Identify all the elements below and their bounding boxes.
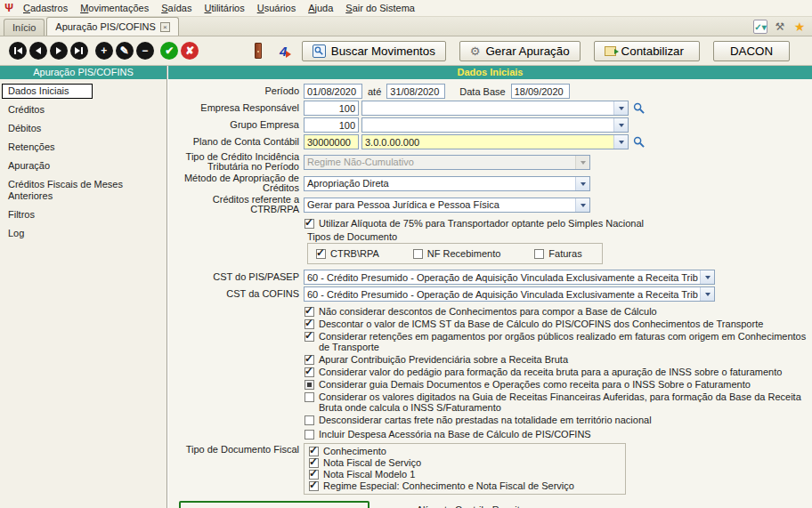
contribuicao-fields: Atividade Contrib. Receita Bruta Ativida…	[179, 501, 808, 508]
grupo-code-input[interactable]	[304, 117, 359, 133]
creditos-ctrb-dropdown-arrow-icon[interactable]	[575, 198, 589, 212]
menu-item-ajuda[interactable]: Ajuda	[302, 1, 339, 15]
grupo-dropdown-arrow-icon[interactable]	[613, 118, 628, 132]
opt-nao-considerar-descontos-checkbox[interactable]	[304, 307, 314, 317]
metodo-apropriacao-combobox[interactable]: Apropriação Direta	[304, 176, 590, 191]
sidebar-item-debitos[interactable]: Débitos	[2, 121, 165, 136]
menu-item-movimentacoes[interactable]: Movimentações	[74, 1, 155, 15]
opt-incluir-despesa-acessoria-checkbox[interactable]	[304, 430, 314, 439]
menu-item-sair[interactable]: Sair do Sistema	[339, 1, 421, 15]
opt-descontar-icms-st-checkbox[interactable]	[304, 319, 314, 329]
plano-conta-code-input[interactable]	[304, 134, 359, 149]
empresa-responsavel-label: Empresa Responsável	[168, 103, 304, 113]
confirm-button[interactable]: ✔	[160, 42, 178, 60]
empresa-dropdown-arrow-icon[interactable]	[613, 101, 628, 115]
ctrb-rpa-checkbox[interactable]	[316, 249, 326, 259]
add-record-button[interactable]: +	[95, 42, 113, 60]
cst-pis-combobox[interactable]: 60 - Crédito Presumido - Operação de Aqu…	[304, 270, 715, 285]
sidebar: Apuração PIS/COFINS Dados Iniciais Crédi…	[0, 66, 167, 508]
menu-item-utilitarios[interactable]: Utilitários	[198, 1, 250, 15]
metodo-apropriacao-value: Apropriação Direta	[307, 178, 573, 189]
cst-pis-dropdown-arrow-icon[interactable]	[700, 270, 714, 284]
opt-guia-demais-documentos-checkbox[interactable]	[304, 380, 314, 390]
sidebar-item-creditos-fiscais[interactable]: Créditos Fiscais de Meses Anteriores	[2, 177, 165, 204]
tab-options-dropdown-icon[interactable]: ✓▾	[753, 20, 767, 34]
creditos-ctrb-label: Créditos referente a CTRB/RPA	[168, 195, 304, 214]
menu-item-saidas[interactable]: Saídas	[155, 1, 198, 15]
opt-receitas-financeiras-auferidas-checkbox[interactable]	[304, 392, 314, 402]
dacon-button[interactable]: DACON	[713, 41, 790, 61]
aliquota-75-checkbox[interactable]	[304, 219, 314, 229]
tab-close-icon[interactable]: ×	[160, 22, 170, 32]
plano-conta-dropdown-arrow-icon[interactable]	[613, 135, 628, 149]
pencil-icon: ✎	[120, 45, 129, 56]
sidebar-item-log[interactable]: Log	[2, 226, 165, 241]
first-record-button[interactable]	[9, 42, 27, 60]
previous-record-button[interactable]	[29, 42, 47, 60]
dacon-label: DACON	[730, 44, 773, 58]
sidebar-item-dados-iniciais[interactable]: Dados Iniciais	[2, 84, 93, 99]
delete-record-button[interactable]: −	[136, 42, 154, 60]
exit-door-icon[interactable]	[255, 43, 261, 59]
empresa-lookup-button[interactable]	[630, 101, 646, 116]
opt-retencoes-orgaos-publicos-checkbox[interactable]	[304, 332, 314, 342]
cst-cofins-combobox[interactable]: 60 - Crédito Presumido - Operação de Aqu…	[304, 286, 715, 302]
number-four-tool-icon[interactable]: 4	[280, 44, 287, 59]
edit-record-button[interactable]: ✎	[116, 42, 134, 60]
creditos-ctrb-value: Gerar para Pessoa Jurídica e Pessoa Físi…	[307, 199, 573, 210]
tab-apuracao-pis-cofins[interactable]: Apuração PIS/COFINS ×	[46, 17, 179, 36]
tab-bar: Início Apuração PIS/COFINS × ✓▾ ⚒ ★	[0, 17, 812, 36]
sidebar-item-apuracao[interactable]: Apuração	[2, 158, 165, 173]
empresa-name-combobox[interactable]	[361, 101, 629, 116]
opt-apurar-contribuicao-previdenciaria-checkbox[interactable]	[304, 355, 314, 365]
ctrb-rpa-label: CTRB\RPA	[330, 248, 379, 259]
plano-conta-combobox[interactable]: 3.0.0.00.000	[361, 134, 629, 149]
tipos-documento-group: Tipos de Documento CTRB\RPA NF Recebimen…	[307, 231, 808, 264]
favorite-star-icon[interactable]: ★	[792, 20, 807, 34]
cst-cofins-label: CST da COFINS	[168, 289, 304, 299]
cancel-button[interactable]: ✘	[181, 42, 199, 60]
periodo-start-input[interactable]	[304, 84, 362, 99]
aliquota-receita-label: Alíquota Contrib. Receita Bruta	[407, 504, 530, 508]
sidebar-item-creditos[interactable]: Créditos	[2, 102, 165, 117]
tab-inicio-label: Início	[12, 22, 36, 33]
buscar-movimentos-button[interactable]: Buscar Movimentos	[302, 41, 446, 61]
menu-item-cadastros[interactable]: Cadastros	[17, 1, 74, 15]
opt-desconsiderar-cartas-frete-checkbox[interactable]	[304, 415, 314, 425]
sidebar-item-retencoes[interactable]: Retenções	[2, 140, 165, 155]
metodo-dropdown-arrow-icon[interactable]	[575, 177, 589, 190]
plano-conta-lookup-button[interactable]	[630, 134, 646, 149]
empresa-code-input[interactable]	[304, 101, 359, 116]
option-label: Apurar Contribuição Previdenciária sobre…	[319, 354, 568, 365]
menu-item-usuarios[interactable]: Usuários	[251, 1, 302, 15]
first-arrow-icon	[17, 47, 22, 54]
next-record-button[interactable]	[50, 42, 68, 60]
sidebar-item-filtros[interactable]: Filtros	[2, 207, 165, 222]
grupo-name-combobox[interactable]	[361, 117, 629, 133]
regime-especial-checkbox[interactable]	[309, 481, 319, 491]
grupo-empresa-label: Grupo Empresa	[168, 120, 304, 130]
minus-icon: −	[142, 45, 148, 56]
tipo-credito-value: Regime Não-Cumulativo	[307, 157, 573, 167]
gerar-apuracao-button[interactable]: ⚙ Gerar Apuração	[459, 41, 581, 61]
cst-cofins-dropdown-arrow-icon[interactable]	[700, 287, 714, 301]
periodo-end-input[interactable]	[386, 84, 445, 99]
contabilizar-button[interactable]: Contabilizar	[594, 41, 700, 61]
faturas-checkbox[interactable]	[534, 249, 544, 259]
app-logo-icon: Ψ	[3, 2, 15, 14]
first-bar-icon	[14, 47, 16, 54]
last-record-button[interactable]	[70, 42, 88, 60]
tipo-documento-fiscal-label: Tipo de Documento Fiscal	[168, 443, 304, 455]
tab-inicio[interactable]: Início	[4, 19, 45, 36]
opt-pedagio-receita-bruta-checkbox[interactable]	[304, 367, 314, 377]
data-base-input[interactable]	[511, 84, 570, 99]
page-title: Dados Iniciais	[168, 66, 812, 79]
toolbar: + ✎ − ✔ ✘ 4 Buscar Movimentos ⚙ Gerar Ap…	[0, 36, 812, 66]
buscar-movimentos-label: Buscar Movimentos	[331, 44, 435, 58]
creditos-ctrb-combobox[interactable]: Gerar para Pessoa Jurídica e Pessoa Físi…	[304, 198, 590, 213]
nf-recebimento-checkbox[interactable]	[413, 249, 423, 259]
option-label: Considerar os valores digitados na Guia …	[319, 391, 808, 413]
tools-icon[interactable]: ⚒	[773, 20, 787, 34]
data-base-label: Data Base	[445, 86, 510, 97]
nota-fiscal-servico-label: Nota Fiscal de Serviço	[323, 457, 421, 468]
